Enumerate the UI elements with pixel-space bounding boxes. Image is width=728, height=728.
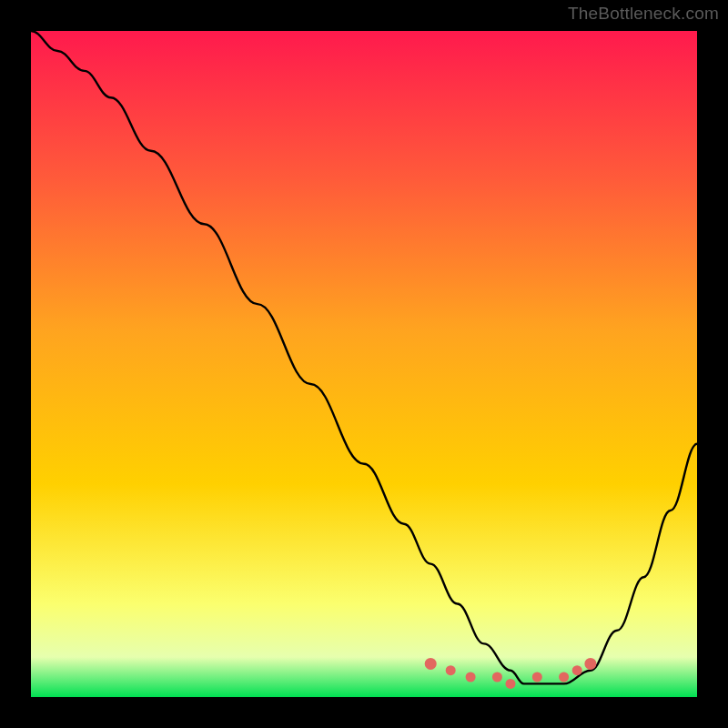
marker-dot xyxy=(572,665,582,675)
chart-frame: TheBottleneck.com xyxy=(0,0,728,728)
marker-dot xyxy=(532,672,542,682)
bottleneck-curve-chart xyxy=(31,31,697,697)
watermark-text: TheBottleneck.com xyxy=(568,4,719,24)
marker-dot xyxy=(506,679,516,689)
gradient-background xyxy=(31,31,697,697)
marker-dot xyxy=(559,672,569,682)
marker-dot xyxy=(492,672,502,682)
marker-dot xyxy=(446,665,456,675)
marker-dot xyxy=(584,658,596,670)
marker-dot xyxy=(466,672,476,682)
plot-area xyxy=(31,31,697,697)
marker-dot xyxy=(425,658,437,670)
